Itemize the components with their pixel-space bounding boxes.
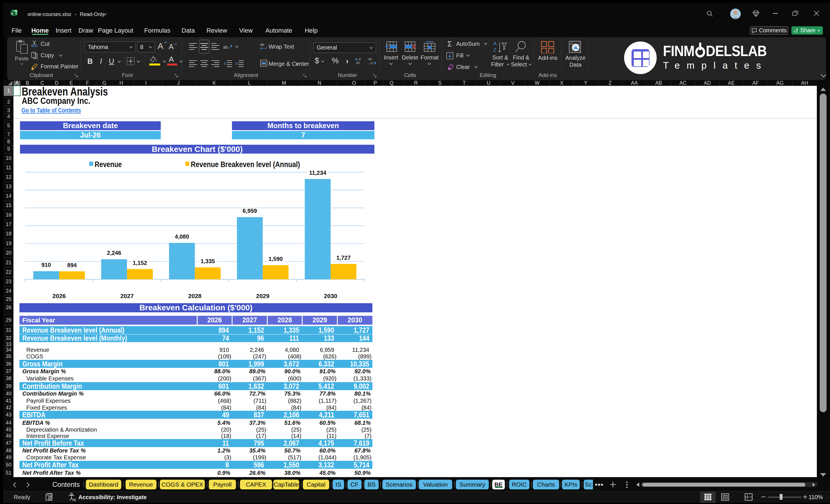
- svg-text:2027: 2027: [120, 293, 134, 299]
- svg-text:.00: .00: [355, 61, 359, 65]
- svg-text:11,234: 11,234: [309, 169, 327, 176]
- svg-text:.0: .0: [358, 58, 361, 61]
- svg-text:.00: .00: [368, 58, 372, 61]
- svg-text:2029: 2029: [256, 293, 269, 299]
- svg-text:1,152: 1,152: [133, 260, 147, 266]
- svg-text:Revenue: Revenue: [95, 160, 122, 169]
- svg-text:6,959: 6,959: [243, 208, 257, 214]
- svg-text:A: A: [493, 41, 497, 46]
- svg-text:2026: 2026: [52, 293, 66, 299]
- svg-text:ab: ab: [223, 44, 228, 50]
- svg-text:Z: Z: [493, 47, 496, 53]
- svg-text:1,335: 1,335: [200, 258, 215, 264]
- svg-text:→0: →0: [368, 62, 372, 65]
- svg-text:2,246: 2,246: [107, 250, 121, 256]
- svg-text:Revenue Breakeven level (Annua: Revenue Breakeven level (Annual): [191, 160, 300, 169]
- svg-text:x: x: [11, 11, 13, 15]
- svg-text:2028: 2028: [188, 293, 202, 299]
- svg-text:2030: 2030: [324, 293, 338, 299]
- svg-text:4,080: 4,080: [175, 233, 189, 240]
- svg-text:910: 910: [41, 262, 51, 268]
- svg-text:1,590: 1,590: [268, 256, 283, 262]
- svg-text:1,727: 1,727: [337, 255, 351, 261]
- svg-text:894: 894: [67, 262, 77, 268]
- svg-text:ab: ab: [260, 42, 264, 46]
